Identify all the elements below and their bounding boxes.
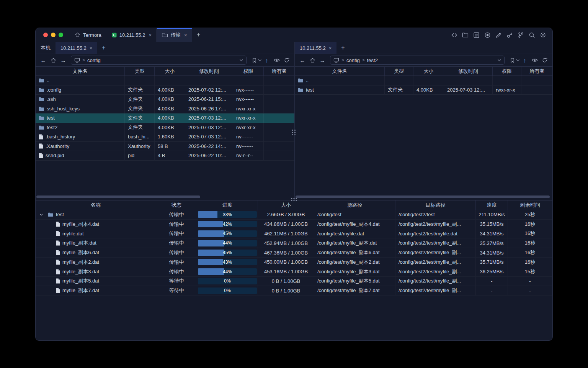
file-row[interactable]: .config文件夹4.00KB2025-07-02 12:...rwx----… — [36, 85, 294, 95]
file-perm-cell: rwx------ — [233, 95, 264, 104]
column-header[interactable]: 大小 — [258, 200, 314, 210]
refresh-button[interactable] — [540, 56, 549, 65]
bookmark-button[interactable] — [508, 56, 517, 65]
column-header[interactable]: 进度 — [197, 200, 258, 210]
vertical-splitter-handle[interactable] — [292, 130, 296, 135]
edit-button[interactable] — [494, 30, 503, 40]
file-icon — [56, 260, 60, 265]
close-icon[interactable]: × — [184, 33, 187, 38]
app-home-tab[interactable]: Termora — [69, 28, 107, 42]
horizontal-scrollbar[interactable] — [296, 196, 550, 198]
horizontal-splitter-handle[interactable] — [291, 198, 297, 201]
branch-button[interactable] — [516, 30, 526, 40]
column-header[interactable]: 类型 — [125, 67, 155, 76]
titlebar-tab-传输[interactable]: 传输× — [157, 28, 192, 42]
back-button[interactable]: ← — [298, 56, 307, 65]
column-header[interactable]: 大小 — [155, 67, 185, 76]
titlebar-tab-10.211.55.2[interactable]: 10.211.55.2× — [107, 28, 157, 42]
bookmark-button[interactable] — [250, 56, 259, 65]
settings-button[interactable] — [538, 30, 548, 40]
refresh-button[interactable] — [282, 56, 291, 65]
transfer-row[interactable]: myfile_副本3.dat传输中44%453.16MB / 1.00GB/co… — [36, 267, 552, 277]
minimize-window-button[interactable] — [51, 33, 56, 37]
file-row[interactable]: test文件夹4.00KB2025-07-03 12:...rwxr-xr-x — [36, 113, 294, 123]
left-tab-local[interactable]: 本机 — [36, 42, 56, 54]
column-header[interactable]: 大小 — [413, 67, 444, 76]
file-row[interactable]: ssh_host_keys文件夹4.00KB2025-06-26 17:...r… — [36, 104, 294, 114]
column-header[interactable]: 名称 — [36, 200, 156, 210]
chevron-down-icon[interactable] — [240, 59, 243, 62]
transfer-row[interactable]: myfile_副本5.dat等待中0%0 B / 1.00GB/config/t… — [36, 277, 552, 286]
column-header[interactable]: 目标路径 — [395, 200, 476, 210]
column-header[interactable]: 文件名 — [36, 67, 125, 76]
breadcrumb-segment[interactable]: config — [87, 58, 101, 63]
column-header[interactable]: 权限 — [233, 67, 264, 76]
transfer-row[interactable]: myfile.dat传输中45%462.11MB / 1.00GB/config… — [36, 229, 552, 239]
column-header[interactable]: 所有者 — [521, 67, 552, 76]
show-hidden-button[interactable] — [530, 56, 539, 65]
left-tab-remote[interactable]: 10.211.55.2 × — [56, 42, 97, 54]
forward-button[interactable]: → — [59, 56, 68, 65]
close-icon[interactable]: × — [90, 46, 93, 51]
breadcrumb-segment[interactable]: test2 — [367, 58, 378, 63]
folder-toolbar-button[interactable] — [461, 30, 470, 40]
transfer-size-cell: 452.94MB / 1.00GB — [258, 238, 314, 248]
left-breadcrumb[interactable]: >config — [71, 56, 247, 65]
file-row[interactable]: test文件夹4.00KB2025-07-03 12:...rwxr-xr-x — [295, 85, 552, 95]
close-icon[interactable]: × — [149, 33, 152, 38]
column-header[interactable]: 源路径 — [314, 200, 395, 210]
column-header[interactable]: 文件名 — [295, 67, 385, 76]
forward-button[interactable]: → — [318, 56, 327, 65]
left-new-tab-button[interactable]: + — [97, 42, 110, 54]
close-window-button[interactable] — [43, 33, 48, 37]
up-button[interactable]: ↑ — [262, 56, 271, 65]
transfer-row[interactable]: myfile_副本6.dat传输中45%467.36MB / 1.00GB/co… — [36, 248, 552, 258]
transfer-row[interactable]: myfile_副本4.dat传输中42%434.86MB / 1.00GB/co… — [36, 220, 552, 229]
column-header[interactable]: 修改时间 — [444, 67, 493, 76]
column-header[interactable]: 权限 — [493, 67, 521, 76]
search-button[interactable] — [527, 30, 537, 40]
file-size-cell — [155, 76, 185, 85]
horizontal-scrollbar[interactable] — [36, 196, 200, 198]
file-row[interactable]: .. — [295, 76, 552, 85]
home-button[interactable] — [49, 56, 58, 65]
transfer-remaining-cell: 16秒 — [508, 220, 552, 229]
chevron-down-icon[interactable] — [498, 59, 501, 62]
file-row[interactable]: .XauthorityXauthority58 B2025-06-22 14:.… — [36, 142, 294, 151]
tree-expand-toggle[interactable] — [39, 213, 44, 217]
breadcrumb-segment[interactable]: config — [346, 58, 360, 63]
transfer-row[interactable]: myfile_副本.dat传输中44%452.94MB / 1.00GB/con… — [36, 238, 552, 248]
record-button[interactable] — [483, 30, 492, 40]
right-new-tab-button[interactable]: + — [336, 42, 349, 54]
key-button[interactable] — [505, 30, 514, 40]
transfer-remaining-cell: 15秒 — [508, 267, 552, 277]
file-row[interactable]: .ssh文件夹4.00KB2025-06-21 15:...rwx------ — [36, 95, 294, 104]
back-button[interactable]: ← — [39, 56, 48, 65]
bookmark-dropdown-icon[interactable] — [258, 59, 261, 62]
file-perm-cell: rw------- — [233, 132, 264, 142]
column-header[interactable]: 所有者 — [264, 67, 294, 76]
column-header[interactable]: 修改时间 — [185, 67, 233, 76]
bookmark-dropdown-icon[interactable] — [516, 59, 519, 62]
zoom-window-button[interactable] — [59, 33, 63, 37]
file-row[interactable]: .bash_historybash_hi...1.60KB2025-07-03 … — [36, 132, 294, 142]
file-row[interactable]: test2文件夹4.00KB2025-07-03 12:...rwxr-xr-x — [36, 123, 294, 133]
transfer-row[interactable]: myfile_副本2.dat传输中43%450.00MB / 1.00GB/co… — [36, 258, 552, 267]
new-tab-button[interactable]: + — [192, 28, 205, 42]
column-header[interactable]: 状态 — [156, 200, 197, 210]
column-header[interactable]: 速度 — [476, 200, 508, 210]
transfer-row[interactable]: myfile_副本7.dat等待中0%0 B / 1.00GB/config/t… — [36, 286, 552, 296]
right-tab-remote[interactable]: 10.211.55.2 × — [295, 42, 336, 54]
file-row[interactable]: .. — [36, 76, 294, 85]
column-header[interactable]: 类型 — [385, 67, 413, 76]
close-icon[interactable]: × — [329, 46, 332, 51]
right-breadcrumb[interactable]: >config>test2 — [330, 56, 505, 65]
show-hidden-button[interactable] — [272, 56, 281, 65]
file-row[interactable]: sshd.pidpid4 B2025-06-22 10:...rw-r--r-- — [36, 151, 294, 161]
column-header[interactable]: 剩余时间 — [508, 200, 552, 210]
home-button[interactable] — [308, 56, 317, 65]
up-button[interactable]: ↑ — [520, 56, 529, 65]
code-button[interactable] — [449, 30, 459, 40]
log-button[interactable] — [472, 30, 481, 40]
transfer-row[interactable]: test传输中33%2.66GB / 8.00GB/config/test/co… — [36, 210, 552, 220]
